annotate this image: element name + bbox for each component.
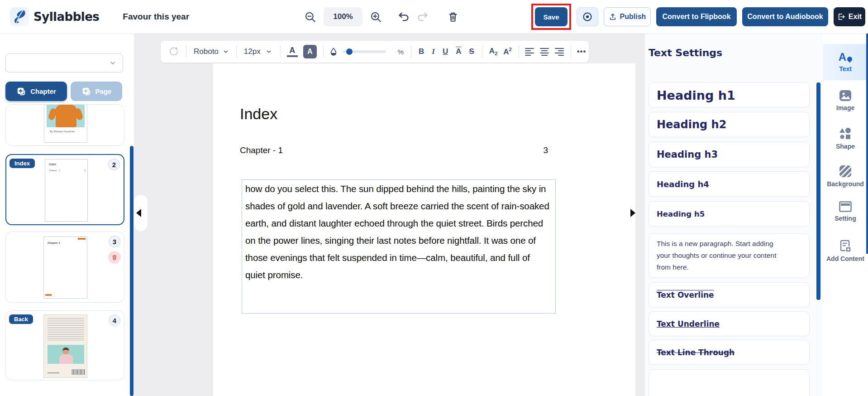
upload-icon <box>609 13 617 21</box>
page-thumbnail-cover[interactable]: By Richard Kaushan <box>5 104 124 146</box>
thumbnail-badge: Back <box>9 314 33 324</box>
italic-button[interactable]: I <box>432 47 435 56</box>
font-family-select[interactable]: Roboto <box>194 47 219 56</box>
heading-h5-option[interactable]: Heading h5 <box>649 201 810 227</box>
collapse-left-arrow-icon[interactable] <box>136 209 141 217</box>
chapter-label[interactable]: Chapter - 1 <box>240 145 283 155</box>
text-settings-panel: Text Settings Heading h1 Heading h2 Head… <box>645 34 823 396</box>
font-size-select[interactable]: 12px <box>244 47 261 56</box>
sidebar-collapse-tab[interactable] <box>134 195 148 231</box>
add-chapter-label: Chapter <box>30 87 56 95</box>
highlight-color-button[interactable]: A <box>303 45 317 58</box>
comment-add-icon[interactable] <box>169 46 180 57</box>
superscript-digit: 2 <box>509 47 512 52</box>
underline-button[interactable]: U <box>443 47 448 56</box>
zoom-level-display[interactable]: 100% <box>324 7 362 26</box>
subscript-base: A <box>489 47 495 55</box>
text-underline-option[interactable]: Text Underline <box>649 311 810 336</box>
tab-image[interactable]: Image <box>823 84 868 117</box>
page-thumbnail-index[interactable]: Index 2 Index Chapter - 1 3 <box>5 154 124 225</box>
strikethrough-button[interactable]: S <box>469 47 474 56</box>
convert-to-flipbook-button[interactable]: Convert to Flipbook <box>656 7 737 26</box>
page-number[interactable]: 3 <box>543 145 548 155</box>
add-buttons-row: Chapter Page <box>5 82 122 101</box>
subscript-button[interactable]: A2 <box>489 47 497 56</box>
action-buttons: Save Publish Convert to Flipbook Convert… <box>531 0 865 34</box>
editor-area: Roboto 12px A A % B I U A S <box>134 34 645 396</box>
heading-h1-option[interactable]: Heading h1 <box>649 82 810 108</box>
align-left-icon[interactable] <box>525 48 534 56</box>
add-page-button[interactable]: Page <box>71 82 122 101</box>
tab-image-label: Image <box>836 104 854 111</box>
overline-button[interactable]: A <box>456 47 461 56</box>
chevron-down-icon <box>266 48 272 55</box>
tab-setting-label: Setting <box>835 215 856 222</box>
tab-text[interactable]: A Text <box>823 44 868 80</box>
text-overline-option[interactable]: Text Overline <box>649 282 810 307</box>
zoom-in-icon[interactable] <box>370 11 382 23</box>
exit-button[interactable]: Exit <box>834 7 865 26</box>
opacity-droplet-icon[interactable] <box>329 47 338 56</box>
text-option-partial[interactable] <box>649 369 810 396</box>
page-thumbnail-chapter1[interactable]: 3 Chapter 1 <box>5 232 124 303</box>
bold-button[interactable]: B <box>419 47 424 56</box>
delete-page-button[interactable] <box>108 251 121 264</box>
publish-button[interactable]: Publish <box>604 7 651 26</box>
exit-label: Exit <box>849 13 862 21</box>
page-heading[interactable]: Index <box>240 105 277 123</box>
subscript-digit: 2 <box>495 51 497 57</box>
tab-setting[interactable]: Setting <box>823 197 868 227</box>
collapse-right-arrow-icon[interactable] <box>630 209 635 217</box>
chevron-down-icon <box>109 59 116 67</box>
back-cover-photo <box>48 345 84 364</box>
heading-h4-option[interactable]: Heading h4 <box>649 171 810 197</box>
zoom-history-controls: 100% <box>304 0 459 34</box>
mini-page-title: Index <box>49 163 56 166</box>
opacity-slider-handle[interactable] <box>346 48 353 55</box>
tab-shape[interactable]: Shape <box>823 122 868 155</box>
delete-icon[interactable] <box>447 11 459 23</box>
undo-icon[interactable] <box>397 10 410 23</box>
save-button[interactable]: Save <box>535 7 568 26</box>
align-right-icon[interactable] <box>555 48 564 56</box>
mini-page-num: 3 <box>84 169 86 172</box>
superscript-button[interactable]: A2 <box>503 47 511 57</box>
align-center-icon[interactable] <box>540 48 549 56</box>
page-number-badge: 3 <box>109 236 120 247</box>
more-options-button[interactable]: ••• <box>577 47 587 56</box>
add-pages-icon <box>81 87 91 97</box>
setting-icon <box>839 201 852 212</box>
tab-background[interactable]: Background <box>823 159 868 193</box>
content-type-toolbar: A Text Image Shape <box>823 34 868 396</box>
text-line-through-option[interactable]: Text Line Through <box>649 340 810 365</box>
opacity-slider[interactable] <box>343 50 386 53</box>
mini-page-preview: Chapter 1 <box>43 237 87 299</box>
page-thumbnail-back[interactable]: Back 4 <box>5 310 124 381</box>
add-content-icon <box>839 240 852 252</box>
convert-to-audiobook-button[interactable]: Convert to Audiobook <box>742 7 828 26</box>
text-droplet-icon: A <box>839 52 852 63</box>
sidebar-scrollbar[interactable] <box>130 146 134 396</box>
settings-scrollbar[interactable] <box>816 82 820 300</box>
add-chapter-button[interactable]: Chapter <box>5 82 67 101</box>
preview-button[interactable] <box>577 7 598 26</box>
paragraph-option[interactable]: This is a new paragraph. Start adding yo… <box>649 233 810 278</box>
thumbnail-badge: Index <box>10 159 35 168</box>
app-root: Syllabbles Favour this year 100% <box>0 0 868 396</box>
text-block-editor[interactable]: how do you select this. The sun dipped b… <box>242 179 556 314</box>
brand-logo[interactable]: Syllabbles <box>10 7 99 26</box>
tab-add-content[interactable]: Add Content <box>823 233 868 269</box>
redo-icon[interactable] <box>416 10 429 23</box>
chapter-select-dropdown[interactable] <box>5 53 123 72</box>
publish-label: Publish <box>620 13 646 21</box>
text-color-button[interactable]: A <box>287 46 298 57</box>
formatting-toolbar: Roboto 12px A A % B I U A S <box>161 41 589 63</box>
heading-h2-option[interactable]: Heading h2 <box>649 112 810 137</box>
toolbar-divider <box>186 46 186 58</box>
chevron-down-icon <box>223 48 229 55</box>
window-scrollbar[interactable] <box>866 34 868 254</box>
preview-eye-icon <box>582 11 593 22</box>
zoom-out-icon[interactable] <box>304 11 316 23</box>
heading-h3-option[interactable]: Heading h3 <box>649 142 810 167</box>
document-page[interactable]: Index Chapter - 1 3 how do you select th… <box>213 63 635 396</box>
